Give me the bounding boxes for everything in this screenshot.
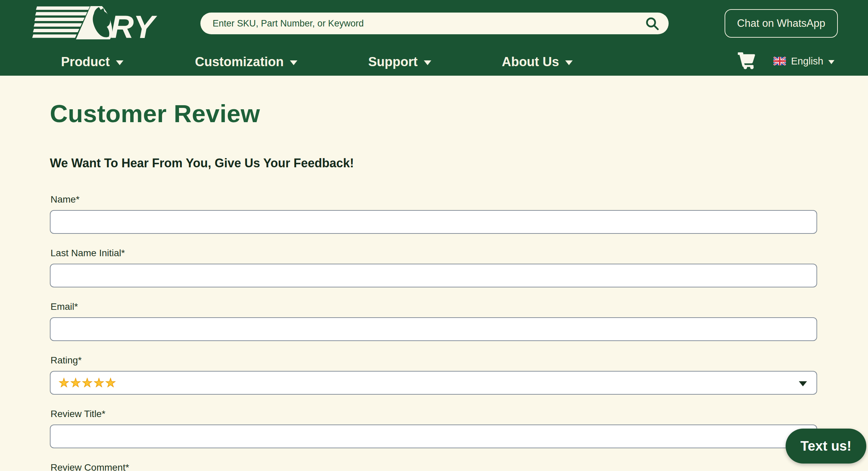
nav-item-about-us[interactable]: About Us xyxy=(502,52,573,72)
review-title-input[interactable] xyxy=(50,425,817,448)
customer-review-page: RY Chat on WhatsApp Product Customizatio… xyxy=(0,0,868,471)
search-button[interactable] xyxy=(644,15,660,32)
email-field-label: Email* xyxy=(51,301,78,312)
chevron-down-icon xyxy=(828,60,834,64)
search-input[interactable] xyxy=(212,12,669,35)
chevron-down-icon xyxy=(565,60,573,65)
review-comment-field-label: Review Comment* xyxy=(51,462,129,471)
nav-label: Product xyxy=(61,55,110,69)
nav-item-support[interactable]: Support xyxy=(368,52,431,72)
uk-flag-icon xyxy=(773,57,786,65)
page-title: Customer Review xyxy=(50,99,260,128)
name-field-label: Name* xyxy=(51,194,80,205)
name-input[interactable] xyxy=(50,210,817,234)
chevron-down-icon xyxy=(424,60,431,65)
review-title-field-label: Review Title* xyxy=(51,409,105,419)
horse-logo-icon: RY xyxy=(32,5,162,42)
chevron-down-icon xyxy=(116,60,123,65)
chat-whatsapp-button[interactable]: Chat on WhatsApp xyxy=(725,9,838,38)
site-header: RY Chat on WhatsApp Product Customizatio… xyxy=(0,0,868,76)
language-label: English xyxy=(791,56,823,67)
cart-icon xyxy=(738,51,756,70)
brand-logo[interactable]: RY xyxy=(32,5,162,42)
last-name-initial-field-label: Last Name Initial* xyxy=(51,248,125,259)
brand-letters: RY xyxy=(111,9,157,42)
email-input[interactable] xyxy=(50,317,817,341)
search-icon xyxy=(644,16,660,31)
rating-select[interactable]: ★★★★★ xyxy=(50,371,817,395)
text-us-button[interactable]: Text us! xyxy=(786,429,866,464)
nav-item-product[interactable]: Product xyxy=(61,52,123,72)
nav-label: Customization xyxy=(195,55,284,69)
last-name-initial-input[interactable] xyxy=(50,264,817,287)
cart-button[interactable] xyxy=(738,51,756,70)
language-selector[interactable]: English xyxy=(773,52,834,71)
chevron-down-icon xyxy=(290,60,297,65)
rating-stars: ★★★★★ xyxy=(59,376,117,390)
rating-field-label: Rating* xyxy=(51,355,82,366)
nav-label: About Us xyxy=(502,55,559,69)
feedback-subtitle: We Want To Hear From You, Give Us Your F… xyxy=(50,156,354,170)
search-bar xyxy=(200,13,669,34)
nav-item-customization[interactable]: Customization xyxy=(195,52,297,72)
chevron-down-icon xyxy=(799,381,807,387)
nav-label: Support xyxy=(368,55,418,69)
